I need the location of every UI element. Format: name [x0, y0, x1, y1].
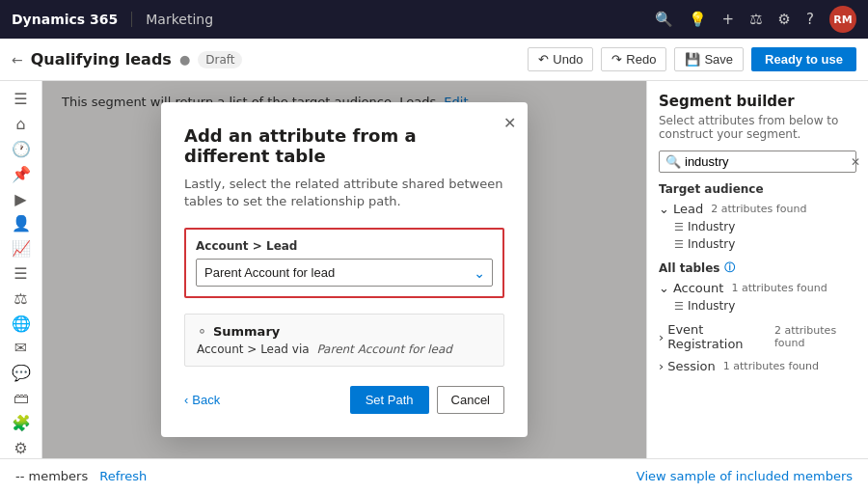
sidebar-item-play[interactable]: ▶ — [4, 188, 39, 209]
event-found-count: 2 attributes found — [774, 324, 856, 349]
summary-icon: ⚬ — [197, 324, 207, 339]
app-label: Marketing — [132, 12, 213, 27]
draft-badge: Draft — [198, 51, 242, 68]
relation-select[interactable]: Parent Account for lead — [196, 259, 493, 287]
back-nav-icon[interactable]: ← — [12, 52, 23, 68]
search-box: 🔍 ✕ — [659, 151, 856, 173]
panel-description: Select attributes from below to construc… — [659, 114, 856, 141]
undo-icon: ↶ — [538, 52, 549, 67]
event-registration-header[interactable]: › Event Registration 2 attributes found — [659, 320, 856, 353]
top-nav: Dynamics 365 Marketing 🔍 💡 + ⚖ ⚙ ? RM — [0, 0, 868, 39]
sidebar-item-puzzle[interactable]: 🧩 — [4, 412, 39, 433]
sidebar-item-globe[interactable]: 🌐 — [4, 313, 39, 334]
target-audience-label: Target audience — [659, 182, 856, 196]
industry-item-2: Industry — [688, 237, 735, 251]
modal-footer: ‹ Back Set Path Cancel — [184, 386, 504, 414]
clear-search-icon[interactable]: ✕ — [851, 155, 860, 169]
sidebar-item-people[interactable]: 👤 — [4, 213, 39, 234]
search-icon[interactable]: 🔍 — [655, 11, 673, 28]
sidebar-item-menu[interactable]: ☰ — [4, 89, 39, 110]
second-bar: ← Qualifying leads ● Draft ↶ Undo ↷ Redo… — [0, 39, 868, 81]
chevron-right-icon: › — [659, 359, 664, 373]
summary-title: ⚬ Summary — [197, 324, 492, 339]
summary-box: ⚬ Summary Account > Lead via Parent Acco… — [184, 314, 504, 367]
list-item[interactable]: ☰ Industry — [659, 297, 856, 315]
bottom-bar: -- members Refresh View sample of includ… — [0, 458, 868, 493]
avatar: RM — [829, 6, 856, 33]
all-tables-label: All tables ⓘ — [659, 260, 856, 275]
relation-box: Account > Lead Parent Account for lead ⌄ — [184, 228, 504, 298]
plus-icon[interactable]: + — [722, 11, 735, 28]
table-icon: ☰ — [674, 300, 684, 313]
settings-icon[interactable]: ⚙ — [778, 11, 791, 28]
lead-group-header[interactable]: ⌄ Lead 2 attributes found — [659, 200, 856, 218]
sidebar-item-pin[interactable]: 📌 — [4, 163, 39, 184]
right-panel: Segment builder Select attributes from b… — [646, 81, 868, 458]
modal-overlay: ✕ Add an attribute from a different tabl… — [42, 81, 646, 458]
account-industry-item: Industry — [688, 299, 735, 313]
left-sidebar: ☰ ⌂ 🕐 📌 ▶ 👤 📈 ☰ ⚖ 🌐 ✉ 💬 🗃 🧩 ⚙ — [0, 81, 42, 458]
account-found-count: 1 attributes found — [731, 282, 827, 294]
session-label: Session — [667, 359, 716, 373]
search-input[interactable] — [685, 154, 847, 169]
chevron-down-icon: ⌄ — [659, 202, 669, 216]
sidebar-item-chart[interactable]: 📈 — [4, 238, 39, 260]
event-registration-label: Event Registration — [667, 322, 767, 351]
dot-separator: ● — [179, 52, 190, 67]
refresh-button[interactable]: Refresh — [99, 469, 147, 483]
sidebar-item-chat[interactable]: 💬 — [4, 363, 39, 384]
modal-close-button[interactable]: ✕ — [503, 114, 516, 132]
sidebar-item-filter[interactable]: ⚖ — [4, 288, 39, 309]
event-registration-group: › Event Registration 2 attributes found — [659, 320, 856, 353]
sidebar-item-recent[interactable]: 🕐 — [4, 139, 39, 160]
page-title: Qualifying leads — [31, 50, 172, 68]
account-group-header[interactable]: ⌄ Account 1 attributes found — [659, 279, 856, 297]
lightbulb-icon[interactable]: 💡 — [689, 11, 707, 28]
brand: Dynamics 365 — [12, 12, 132, 27]
sidebar-item-home[interactable]: ⌂ — [4, 114, 39, 135]
filter-icon[interactable]: ⚖ — [749, 11, 762, 28]
brand-label: Dynamics 365 — [12, 12, 118, 27]
set-path-button[interactable]: Set Path — [350, 386, 429, 414]
lead-group: ⌄ Lead 2 attributes found ☰ Industry ☰ I… — [659, 200, 856, 253]
account-group: ⌄ Account 1 attributes found ☰ Industry — [659, 279, 856, 315]
undo-button[interactable]: ↶ Undo — [528, 47, 593, 71]
content-area: This segment will return a list of the t… — [42, 81, 646, 458]
session-group: › Session 1 attributes found — [659, 357, 856, 375]
lead-group-label: Lead — [673, 202, 703, 216]
help-icon[interactable]: ? — [806, 11, 814, 28]
redo-button[interactable]: ↷ Redo — [601, 47, 666, 71]
chevron-right-icon: › — [659, 330, 664, 344]
session-found-count: 1 attributes found — [723, 360, 819, 372]
toolbar-actions: ↶ Undo ↷ Redo 💾 Save Ready to use — [528, 47, 856, 71]
summary-text: Account > Lead via Parent Account for le… — [197, 342, 492, 356]
account-group-label: Account — [673, 281, 724, 295]
sidebar-item-list[interactable]: ☰ — [4, 263, 39, 285]
sidebar-item-database[interactable]: 🗃 — [4, 388, 39, 409]
cancel-button[interactable]: Cancel — [437, 386, 504, 414]
table-icon: ☰ — [674, 221, 684, 233]
target-audience-section: Target audience ⌄ Lead 2 attributes foun… — [659, 182, 856, 253]
back-chevron-icon: ‹ — [184, 393, 188, 407]
redo-icon: ↷ — [611, 52, 622, 67]
relation-label: Account > Lead — [196, 239, 493, 253]
search-icon: 🔍 — [665, 154, 681, 169]
table-icon: ☰ — [674, 238, 684, 251]
modal-title: Add an attribute from a different table — [184, 125, 504, 166]
save-button[interactable]: 💾 Save — [674, 47, 744, 71]
view-sample-link[interactable]: View sample of included members — [637, 469, 853, 483]
industry-item-1: Industry — [688, 220, 735, 233]
main-layout: ☰ ⌂ 🕐 📌 ▶ 👤 📈 ☰ ⚖ 🌐 ✉ 💬 🗃 🧩 ⚙ This segme… — [0, 81, 868, 458]
list-item[interactable]: ☰ Industry — [659, 235, 856, 253]
list-item[interactable]: ☰ Industry — [659, 218, 856, 235]
session-header[interactable]: › Session 1 attributes found — [659, 357, 856, 375]
ready-to-use-button[interactable]: Ready to use — [751, 47, 856, 71]
panel-title: Segment builder — [659, 93, 856, 110]
members-label: -- members — [15, 469, 88, 483]
sidebar-item-settings[interactable]: ⚙ — [4, 437, 39, 458]
back-button[interactable]: ‹ Back — [184, 393, 220, 407]
chevron-down-icon: ⌄ — [659, 281, 669, 295]
modal-footer-right: Set Path Cancel — [350, 386, 504, 414]
top-nav-icons: 🔍 💡 + ⚖ ⚙ ? RM — [655, 6, 856, 33]
sidebar-item-mail[interactable]: ✉ — [4, 338, 39, 359]
